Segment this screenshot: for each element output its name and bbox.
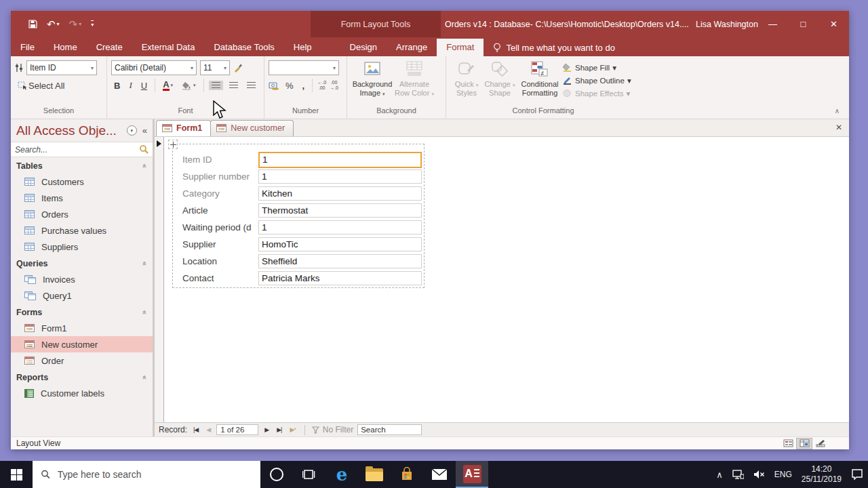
clock[interactable]: 14:20 25/11/2019 bbox=[797, 461, 846, 488]
tab-home[interactable]: Home bbox=[44, 39, 87, 56]
filter-status[interactable]: No Filter bbox=[312, 425, 353, 434]
field-input-supplier[interactable] bbox=[258, 237, 422, 251]
collapse-pane-icon[interactable]: « bbox=[142, 125, 147, 136]
nav-section-forms[interactable]: Forms» bbox=[11, 305, 153, 320]
maximize-button[interactable]: □ bbox=[788, 11, 818, 37]
italic-button[interactable]: I bbox=[126, 79, 134, 92]
cortana-button[interactable] bbox=[260, 461, 293, 488]
tab-database-tools[interactable]: Database Tools bbox=[204, 39, 283, 56]
tab-help[interactable]: Help bbox=[284, 39, 321, 56]
start-button[interactable] bbox=[0, 461, 33, 488]
next-record-button[interactable]: ▶ bbox=[262, 426, 271, 433]
shape-outline-button[interactable]: Shape Outline▾ bbox=[563, 75, 631, 86]
field-input-article[interactable] bbox=[258, 203, 422, 218]
field-label[interactable]: Article bbox=[182, 205, 258, 216]
align-left-button[interactable] bbox=[209, 81, 223, 90]
fill-color-button[interactable]: ▾ bbox=[179, 80, 199, 92]
field-label[interactable]: Supplier bbox=[182, 239, 258, 249]
tab-format[interactable]: Format bbox=[437, 39, 484, 56]
layout-view-button[interactable] bbox=[796, 438, 812, 449]
decrease-decimals-button[interactable]: .00→.0 bbox=[330, 80, 338, 90]
nav-item-purchase-values[interactable]: Purchase values bbox=[11, 222, 153, 239]
quick-styles-button[interactable]: Quick ▾Styles bbox=[450, 59, 483, 98]
percent-button[interactable]: % bbox=[283, 79, 296, 92]
field-input-item-id[interactable] bbox=[258, 152, 422, 168]
background-image-button[interactable]: BackgroundImage ▾ bbox=[351, 59, 393, 106]
microsoft-store-button[interactable] bbox=[391, 461, 423, 488]
nav-item-items[interactable]: Items bbox=[11, 190, 153, 206]
layout-move-handle[interactable] bbox=[168, 140, 178, 149]
nav-item-query1[interactable]: Query1 bbox=[11, 287, 153, 304]
tab-create[interactable]: Create bbox=[87, 39, 132, 56]
save-icon[interactable] bbox=[28, 20, 37, 28]
nav-item-new-customer[interactable]: New customer bbox=[11, 336, 153, 352]
nav-search-input[interactable] bbox=[11, 143, 139, 157]
language-indicator[interactable]: ENG bbox=[770, 461, 797, 488]
tab-design[interactable]: Design bbox=[340, 39, 387, 56]
nav-item-form1[interactable]: Form1 bbox=[11, 320, 153, 336]
shape-fill-button[interactable]: Shape Fill▾ bbox=[563, 62, 631, 73]
tab-file[interactable]: File bbox=[11, 39, 44, 56]
doc-tab-form1[interactable]: Form1 bbox=[156, 120, 211, 136]
shape-effects-button[interactable]: Shape Effects▾ bbox=[563, 87, 631, 99]
bold-button[interactable]: B bbox=[111, 79, 123, 92]
nav-item-invoices[interactable]: Invoices bbox=[11, 271, 153, 287]
nav-item-customers[interactable]: Customers bbox=[11, 174, 153, 190]
close-document-icon[interactable]: ✕ bbox=[835, 123, 842, 132]
number-format-combo[interactable]: ▾ bbox=[269, 60, 339, 75]
change-shape-button[interactable]: Change ▾Shape bbox=[483, 59, 517, 98]
customize-qat-button[interactable]: ▾ bbox=[91, 20, 94, 28]
search-icon[interactable] bbox=[139, 144, 149, 155]
conditional-formatting-button[interactable]: ≠ ConditionalFormatting bbox=[517, 59, 563, 98]
nav-item-customer-labels[interactable]: Customer labels bbox=[11, 385, 153, 401]
design-view-button[interactable] bbox=[812, 438, 829, 449]
underline-button[interactable]: U bbox=[138, 79, 150, 92]
file-explorer-button[interactable] bbox=[358, 461, 391, 488]
network-icon[interactable] bbox=[728, 461, 749, 488]
action-center-button[interactable] bbox=[846, 461, 868, 488]
nav-section-queries[interactable]: Queries» bbox=[11, 256, 153, 271]
new-record-button[interactable]: ▶* bbox=[288, 426, 297, 433]
field-label[interactable]: Location bbox=[182, 256, 258, 266]
format-painter-icon[interactable] bbox=[233, 63, 243, 73]
nav-section-reports[interactable]: Reports» bbox=[11, 370, 153, 385]
object-combo[interactable]: Item ID▾ bbox=[26, 60, 97, 75]
align-center-button[interactable] bbox=[226, 81, 241, 90]
edge-button[interactable]: e bbox=[326, 461, 358, 488]
nav-item-orders[interactable]: Orders bbox=[11, 206, 153, 222]
mail-button[interactable] bbox=[423, 461, 456, 488]
field-input-waiting-period[interactable] bbox=[258, 220, 422, 235]
record-position-box[interactable]: 1 of 26 bbox=[216, 424, 258, 435]
access-taskbar-button[interactable]: A bbox=[456, 461, 488, 488]
redo-button[interactable]: ↷▾ bbox=[69, 18, 82, 30]
field-input-category[interactable] bbox=[258, 186, 422, 201]
field-label[interactable]: Category bbox=[182, 188, 258, 199]
nav-menu-dropdown-icon[interactable]: ▾ bbox=[127, 125, 137, 136]
field-input-supplier-number[interactable] bbox=[258, 169, 422, 184]
alternate-row-color-button[interactable]: AlternateRow Color ▾ bbox=[393, 59, 435, 106]
form-view-button[interactable] bbox=[780, 438, 796, 449]
select-all-button[interactable]: Select All bbox=[15, 79, 67, 92]
nav-item-suppliers[interactable]: Suppliers bbox=[11, 239, 153, 255]
minimize-button[interactable]: — bbox=[757, 11, 788, 37]
field-input-contact[interactable] bbox=[258, 271, 422, 285]
taskbar-search[interactable] bbox=[33, 461, 260, 488]
field-label[interactable]: Waiting period (d bbox=[182, 222, 258, 232]
field-label[interactable]: Item ID bbox=[182, 155, 258, 165]
font-name-combo[interactable]: Calibri (Detail)▾ bbox=[111, 60, 197, 75]
currency-icon[interactable] bbox=[269, 81, 279, 90]
record-selector-strip[interactable] bbox=[155, 137, 164, 422]
field-label[interactable]: Contact bbox=[182, 273, 258, 283]
nav-item-order[interactable]: Order bbox=[11, 352, 153, 369]
increase-decimals-button[interactable]: ←.0.00 bbox=[317, 80, 326, 90]
font-size-combo[interactable]: 11▾ bbox=[200, 60, 230, 75]
tab-arrange[interactable]: Arrange bbox=[387, 39, 437, 56]
close-button[interactable]: ✕ bbox=[818, 11, 849, 37]
first-record-button[interactable]: |◀ bbox=[191, 426, 200, 433]
previous-record-button[interactable]: ◀ bbox=[204, 426, 212, 433]
tell-me-box[interactable]: Tell me what you want to do bbox=[484, 43, 624, 56]
collapse-ribbon-icon[interactable]: ∧ bbox=[835, 107, 840, 115]
tab-external-data[interactable]: External Data bbox=[132, 39, 205, 56]
nav-section-tables[interactable]: Tables» bbox=[11, 159, 153, 174]
align-right-button[interactable] bbox=[244, 81, 258, 90]
